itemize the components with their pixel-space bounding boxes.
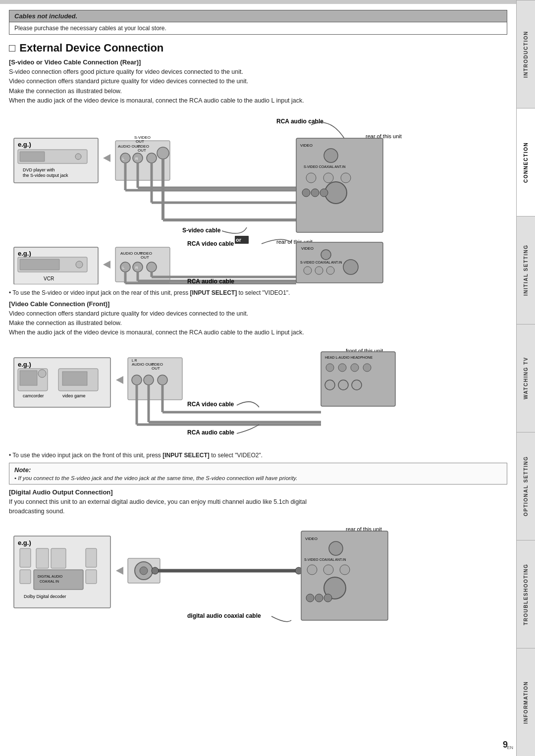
note-title: Note: — [14, 466, 502, 474]
svg-text:L    R: L R — [132, 359, 137, 362]
dolby-label: Dolby Digital decoder — [24, 594, 66, 599]
eg3-label: e.g.) — [18, 361, 31, 368]
svg-text:AUDIO OUT: AUDIO OUT — [120, 251, 143, 256]
svg-point-62 — [38, 370, 46, 378]
section3-line1: If you connect this unit to an external … — [9, 497, 507, 507]
svg-point-53 — [321, 250, 331, 260]
cables-title: Cables not included. — [9, 10, 507, 22]
svg-point-70 — [132, 375, 142, 385]
section3-body: If you connect this unit to an external … — [9, 497, 507, 517]
svg-point-82 — [338, 364, 346, 372]
sidebar-tab-optional-setting[interactable]: OPTIONAL SETTING — [517, 432, 535, 540]
svg-point-72 — [158, 375, 167, 385]
rca-audio-label2: RCA audio cable — [187, 429, 234, 436]
svg-rect-104 — [301, 531, 388, 620]
top-bar — [0, 0, 516, 4]
svg-point-29 — [311, 189, 319, 197]
sidebar-tab-information[interactable]: INFORMATION — [517, 648, 535, 756]
sidebar-tab-watching-tv[interactable]: WATCHING TV — [517, 324, 535, 432]
cables-banner: Cables not included. Please purchase the… — [9, 10, 507, 35]
svg-point-24 — [306, 173, 316, 183]
section1-line4: When the audio jack of the video device … — [9, 96, 507, 106]
sidebar-tab-troubleshooting[interactable]: TROUBLESHOOTING — [517, 540, 535, 648]
svg-point-114 — [324, 594, 332, 602]
eg1-device-line1: DVD player with — [23, 167, 55, 172]
svg-text:OUT: OUT — [141, 255, 149, 260]
page-en: EN — [507, 745, 513, 750]
camcorder-label: camcorder — [23, 393, 44, 398]
rca-audio-label-bottom: RCA audio cable — [187, 278, 234, 284]
arrow3 — [116, 376, 123, 384]
svg-point-2 — [75, 154, 81, 160]
svg-point-25 — [323, 173, 333, 183]
svg-text:L: L — [122, 157, 125, 161]
rca-audio-label-top: RCA audio cable — [276, 118, 323, 125]
svg-rect-34 — [20, 259, 59, 270]
eg2-device: VCR — [44, 276, 54, 281]
svg-point-108 — [307, 565, 317, 575]
eg1-device-line2: the S-video output jack — [23, 173, 68, 178]
section1-line3: Make the connection as illustrated below… — [9, 87, 507, 96]
svg-rect-91 — [20, 570, 31, 584]
section2-line1: Video connection offers standard picture… — [9, 309, 507, 319]
section2-body: Video connection offers standard picture… — [9, 309, 507, 338]
svg-text:S-VIDEO  COAXIAL  ANT.IN: S-VIDEO COAXIAL ANT.IN — [300, 261, 342, 264]
section3-line2: broadcasting sound. — [9, 507, 507, 516]
input-select-bold2: [INPUT SELECT] — [162, 452, 210, 459]
svg-text:R: R — [135, 266, 138, 270]
diagram1: RCA audio cable rear of this unit e.g.) … — [9, 111, 507, 284]
svg-point-56 — [315, 267, 323, 274]
section2-bullet: • To use the video input jack on the fro… — [9, 452, 507, 459]
svg-rect-61 — [20, 371, 37, 385]
svg-point-106 — [329, 541, 343, 555]
svg-text:S-VIDEO  COAXIAL  ANT.IN: S-VIDEO COAXIAL ANT.IN — [304, 558, 346, 561]
svg-rect-1 — [20, 152, 45, 162]
section1-body: S-video connection offers good picture q… — [9, 67, 507, 106]
sidebar-tab-introduction[interactable]: INTRODUCTION — [517, 0, 535, 108]
svg-point-110 — [340, 565, 350, 575]
svg-text:VIDEO: VIDEO — [305, 537, 318, 541]
svg-point-83 — [351, 364, 359, 372]
cables-body: Please purchase the necessary cables at … — [9, 22, 507, 34]
input-select-bold1: [INPUT SELECT] — [190, 289, 237, 296]
page-title: External Device Connection — [19, 42, 163, 54]
svg-text:S-VIDEO  COAXIAL  ANT.IN: S-VIDEO COAXIAL ANT.IN — [304, 165, 346, 168]
svg-text:L: L — [122, 266, 125, 270]
svg-point-102 — [152, 567, 159, 574]
svg-point-81 — [326, 364, 334, 372]
sidebar-tab-initial-setting[interactable]: INITIAL SETTING — [517, 216, 535, 324]
arrow2 — [103, 261, 110, 269]
rca-video-label2: RCA video cable — [187, 401, 234, 408]
svg-point-57 — [326, 267, 334, 274]
sidebar-tab-connection[interactable]: CONNECTION — [517, 108, 535, 216]
section1-header: [S-video or Video Cable Connection (Rear… — [9, 58, 507, 66]
svg-point-86 — [338, 380, 348, 390]
section2-line2: Make the connection as illustrated below… — [9, 319, 507, 328]
section2-header: [Video Cable Connection (Front)] — [9, 300, 507, 308]
section1-bullet: • To use the S-video or video input jack… — [9, 289, 507, 296]
svg-point-42 — [147, 262, 157, 272]
section1-line1: S-video connection offers good picture q… — [9, 67, 507, 77]
svg-rect-93 — [86, 570, 97, 584]
svg-point-109 — [323, 565, 333, 575]
diagram2: front of this unit e.g.) camcorder video… — [9, 343, 507, 447]
svg-point-58 — [343, 260, 358, 274]
svg-text:OUT: OUT — [152, 366, 160, 371]
svg-text:OUT: OUT — [136, 139, 144, 144]
arrow1 — [103, 154, 110, 162]
rca-video-label: RCA video cable — [187, 240, 234, 247]
svg-point-100 — [140, 567, 148, 575]
svg-point-26 — [341, 173, 351, 183]
svg-text:VIDEO: VIDEO — [301, 246, 314, 251]
svg-text:OUT: OUT — [138, 148, 146, 153]
svg-rect-64 — [62, 372, 87, 385]
svg-point-28 — [302, 189, 310, 197]
svg-point-71 — [144, 375, 154, 385]
svg-point-112 — [306, 594, 314, 602]
page-title-row: □ External Device Connection — [9, 42, 507, 54]
svideo-cable-label: S-video cable — [182, 227, 221, 234]
section2-line3: When the audio jack of the video device … — [9, 328, 507, 337]
diagram3-svg: rear of this unit e.g.) DIGITAL AUDIO CO… — [9, 521, 494, 630]
eg4-label: e.g.) — [18, 539, 31, 546]
svg-text:COAXIAL IN: COAXIAL IN — [40, 580, 59, 583]
